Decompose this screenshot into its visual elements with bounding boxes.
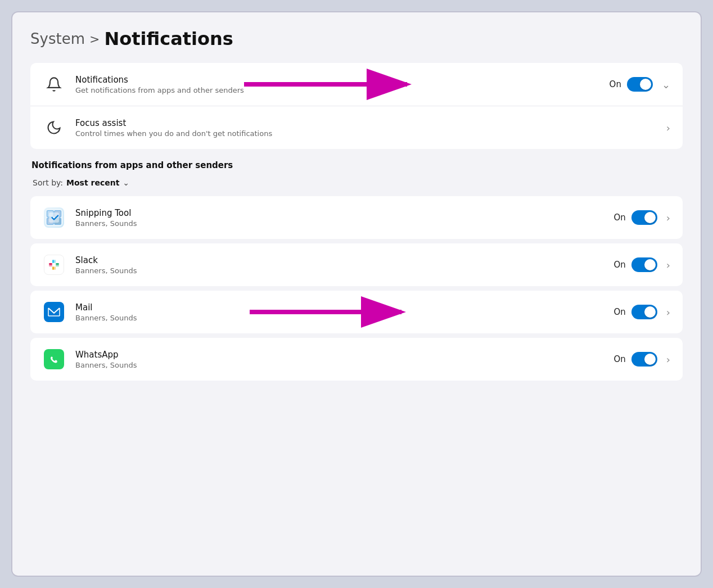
bell-icon: [43, 73, 65, 96]
notifications-row: Notifications Get notifications from app…: [30, 63, 683, 106]
slack-subtitle: Banners, Sounds: [75, 266, 603, 275]
slack-on-label: On: [613, 260, 625, 270]
snipping-tool-subtitle: Banners, Sounds: [75, 219, 603, 228]
snipping-tool-icon: [43, 206, 65, 229]
whatsapp-controls: On ›: [613, 352, 670, 367]
slack-text: Slack Banners, Sounds: [75, 255, 603, 275]
focus-assist-title: Focus assist: [75, 118, 653, 128]
slack-icon: [43, 254, 65, 276]
svg-rect-11: [52, 260, 54, 263]
notifications-text: Notifications Get notifications from app…: [75, 75, 599, 94]
mail-toggle[interactable]: [631, 305, 657, 319]
notifications-toggle[interactable]: [627, 77, 653, 92]
notifications-on-label: On: [610, 79, 621, 89]
chevron-right-icon: ›: [666, 122, 670, 134]
whatsapp-card: WhatsApp Banners, Sounds On ›: [30, 338, 683, 381]
snipping-tool-controls: On ›: [613, 210, 670, 225]
snipping-tool-toggle[interactable]: [631, 210, 657, 225]
mail-card: Mail Banners, Sounds On ›: [30, 291, 683, 333]
sort-value[interactable]: Most recent: [66, 178, 119, 187]
notifications-title: Notifications: [75, 75, 599, 85]
mail-icon: [43, 301, 65, 323]
whatsapp-text: WhatsApp Banners, Sounds: [75, 350, 603, 369]
mail-controls: On ›: [613, 305, 670, 319]
mail-text: Mail Banners, Sounds: [75, 302, 603, 322]
svg-rect-16: [54, 266, 56, 270]
slack-chevron-icon: ›: [666, 259, 670, 271]
snipping-tool-title: Snipping Tool: [75, 208, 603, 218]
svg-rect-7: [49, 212, 59, 223]
whatsapp-row: WhatsApp Banners, Sounds On ›: [30, 338, 683, 381]
snipping-tool-on-label: On: [613, 212, 625, 223]
mail-subtitle: Banners, Sounds: [75, 314, 603, 322]
sort-chevron-icon[interactable]: ⌄: [123, 178, 129, 187]
slack-card: Slack Banners, Sounds On ›: [30, 243, 683, 286]
svg-rect-9: [49, 263, 52, 265]
focus-assist-text: Focus assist Control times when you do a…: [75, 118, 653, 138]
breadcrumb-separator: >: [89, 32, 100, 46]
slack-toggle[interactable]: [631, 257, 657, 272]
whatsapp-toggle[interactable]: [631, 352, 657, 367]
chevron-down-icon[interactable]: ⌄: [662, 79, 670, 91]
settings-window: System > Notifications Notifications Get…: [11, 11, 702, 577]
svg-rect-10: [49, 265, 52, 266]
snipping-chevron-icon: ›: [666, 212, 670, 224]
svg-point-23: [48, 354, 60, 365]
mail-title: Mail: [75, 302, 603, 313]
svg-rect-15: [52, 266, 54, 270]
mail-chevron-icon: ›: [666, 306, 670, 318]
svg-rect-13: [56, 263, 59, 265]
notifications-controls: On ⌄: [610, 77, 670, 92]
snipping-tool-card: Snipping Tool Banners, Sounds On ›: [30, 196, 683, 239]
whatsapp-chevron-icon: ›: [666, 354, 670, 365]
sort-row: Sort by: Most recent ⌄: [30, 174, 683, 192]
whatsapp-subtitle: Banners, Sounds: [75, 361, 603, 369]
snipping-tool-row: Snipping Tool Banners, Sounds On ›: [30, 196, 683, 239]
moon-icon: [43, 116, 65, 139]
breadcrumb-system[interactable]: System: [30, 30, 85, 47]
mail-row: Mail Banners, Sounds On ›: [30, 291, 683, 333]
notifications-subtitle: Get notifications from apps and other se…: [75, 86, 599, 94]
top-card: Notifications Get notifications from app…: [30, 63, 683, 149]
breadcrumb-current: Notifications: [104, 28, 233, 49]
slack-title: Slack: [75, 255, 603, 265]
svg-rect-8: [46, 257, 62, 273]
sort-label: Sort by:: [33, 178, 63, 187]
whatsapp-on-label: On: [613, 354, 625, 364]
slack-controls: On ›: [613, 257, 670, 272]
focus-assist-row[interactable]: Focus assist Control times when you do a…: [30, 106, 683, 149]
whatsapp-title: WhatsApp: [75, 350, 603, 360]
focus-assist-controls: ›: [663, 122, 670, 134]
slack-row: Slack Banners, Sounds On ›: [30, 243, 683, 286]
whatsapp-icon: [43, 348, 65, 370]
mail-on-label: On: [613, 307, 625, 317]
focus-assist-subtitle: Control times when you do and don't get …: [75, 129, 653, 138]
snipping-tool-text: Snipping Tool Banners, Sounds: [75, 208, 603, 228]
breadcrumb: System > Notifications: [30, 28, 683, 49]
svg-rect-12: [54, 260, 56, 263]
apps-section-heading: Notifications from apps and other sender…: [31, 160, 683, 170]
svg-rect-14: [56, 265, 59, 266]
